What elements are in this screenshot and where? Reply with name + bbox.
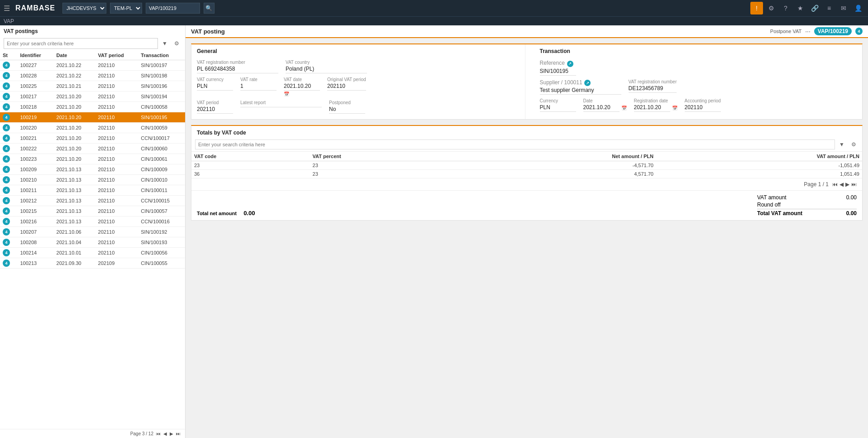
vat-currency-value: PLN xyxy=(197,83,233,91)
reference-value: SIN/100195 xyxy=(540,68,576,76)
table-row[interactable]: 4 100219 2021.10.20 202110 SIN/100195 xyxy=(0,112,185,123)
row-transaction: SIN/100195 xyxy=(138,112,185,123)
table-row[interactable]: 4 100212 2021.10.13 202110 CCN/100015 xyxy=(0,196,185,206)
row-identifier: 100209 xyxy=(17,164,53,175)
table-row[interactable]: 4 100227 2021.10.22 202110 SIN/100197 xyxy=(0,60,185,71)
table-row[interactable]: 4 100213 2021.09.30 202109 CIN/100055 xyxy=(0,258,185,269)
vat-date-field: VAT date 2021.10.20 📅 xyxy=(284,77,320,96)
row-identifier: 100221 xyxy=(17,133,53,144)
totals-search-input[interactable] xyxy=(195,140,835,149)
col-net-amount: Net amount / PLN xyxy=(455,152,656,161)
row-period: 202110 xyxy=(95,144,138,154)
totals-row[interactable]: 36 23 4,571.70 1,051.49 xyxy=(191,170,862,178)
list-icon-btn[interactable]: ≡ xyxy=(823,2,835,14)
table-row[interactable]: 4 100209 2021.10.13 202110 CIN/100009 xyxy=(0,164,185,175)
row-transaction: CIN/100059 xyxy=(138,123,185,133)
reference-field: Reference ↗ SIN/100195 xyxy=(540,60,576,76)
alert-icon-btn[interactable]: ! xyxy=(750,2,763,14)
total-net-value: 0.00 xyxy=(243,210,255,217)
reg-date-label: Registration date xyxy=(634,98,677,103)
calendar-icon[interactable]: 📅 xyxy=(284,91,320,96)
table-row[interactable]: 4 100215 2021.10.13 202110 CIN/100057 xyxy=(0,206,185,217)
table-row[interactable]: 4 100218 2021.10.20 202110 CIN/100058 xyxy=(0,102,185,112)
table-row[interactable]: 4 100214 2021.10.01 202110 CIN/100056 xyxy=(0,248,185,258)
row-st: 4 xyxy=(0,185,17,196)
table-row[interactable]: 4 100228 2021.10.22 202110 SIN/100198 xyxy=(0,71,185,81)
table-row[interactable]: 4 100225 2021.10.21 202110 SIN/100196 xyxy=(0,81,185,91)
table-row[interactable]: 4 100220 2021.10.20 202110 CIN/100059 xyxy=(0,123,185,133)
row-st: 4 xyxy=(0,217,17,227)
more-actions-btn[interactable]: ··· xyxy=(805,28,811,35)
settings-list-icon[interactable]: ⚙ xyxy=(172,39,181,48)
row-identifier: 100208 xyxy=(17,237,53,248)
reg-calendar-icon[interactable]: 📅 xyxy=(672,106,677,111)
col-transaction: Transaction xyxy=(138,51,185,60)
vat-period-value: 202110 xyxy=(197,106,233,114)
postpone-vat-btn[interactable]: Postpone VAT xyxy=(770,29,801,34)
first-page-btn[interactable]: ⏮ xyxy=(155,431,162,436)
table-row[interactable]: 4 100217 2021.10.20 202110 SIN/100194 xyxy=(0,91,185,102)
col-vat-amount: VAT amount / PLN xyxy=(656,152,862,161)
vap-status-badge: 4 xyxy=(855,28,863,35)
company-select[interactable]: JHCDEVSYS xyxy=(62,3,106,14)
next-page-btn[interactable]: ▶ xyxy=(169,431,174,436)
vat-date-label: VAT date xyxy=(284,77,320,82)
link-icon-btn[interactable]: 🔗 xyxy=(808,2,821,14)
vat-rate-value: 1 xyxy=(240,83,277,91)
totals-row[interactable]: 23 23 -4,571.70 -1,051.49 xyxy=(191,161,862,170)
totals-next-btn[interactable]: ▶ xyxy=(845,181,849,188)
table-row[interactable]: 4 100216 2021.10.13 202110 CCN/100016 xyxy=(0,217,185,227)
help-icon-btn[interactable]: ? xyxy=(779,2,792,14)
nav-search-button[interactable]: 🔍 xyxy=(204,3,215,14)
prev-page-btn[interactable]: ◀ xyxy=(162,431,168,436)
vat-currency-field: VAT currency PLN xyxy=(197,77,233,96)
reference-link-icon[interactable]: ↗ xyxy=(567,61,573,67)
row-transaction: SIN/100198 xyxy=(138,71,185,81)
trans-calendar-icon[interactable]: 📅 xyxy=(621,106,627,111)
row-date: 2021.10.13 xyxy=(54,196,95,206)
table-row[interactable]: 4 100207 2021.10.06 202110 SIN/100192 xyxy=(0,227,185,237)
general-transaction-section: General VAT registration number PL 66924… xyxy=(191,43,863,120)
col-vat-code: VAT code xyxy=(191,152,310,161)
totals-settings-icon[interactable]: ⚙ xyxy=(849,140,858,149)
totals-first-btn[interactable]: ⏮ xyxy=(832,181,838,188)
table-row[interactable]: 4 100210 2021.10.13 202110 CIN/100010 xyxy=(0,175,185,185)
totals-last-btn[interactable]: ⏭ xyxy=(851,181,857,188)
hamburger-icon[interactable]: ☰ xyxy=(4,4,10,13)
totals-filter-icon[interactable]: ▼ xyxy=(837,140,847,149)
row-date: 2021.10.13 xyxy=(54,185,95,196)
trans-date-value: 2021.10.20 xyxy=(583,104,620,112)
left-search-input[interactable] xyxy=(4,38,158,49)
row-transaction: SIN/100192 xyxy=(138,227,185,237)
right-content: General VAT registration number PL 66924… xyxy=(186,38,868,438)
status-badge: 4 xyxy=(3,218,10,225)
supplier-field: Supplier / 100011 ↗ Test supplier German… xyxy=(540,79,621,95)
user-icon-btn[interactable]: 👤 xyxy=(852,2,864,14)
totals-header: VAT code VAT percent Net amount / PLN VA… xyxy=(191,152,862,161)
lang-select[interactable]: TEM-PL xyxy=(110,3,142,14)
row-period: 202110 xyxy=(95,217,138,227)
supplier-link-icon[interactable]: ↗ xyxy=(584,80,591,86)
table-row[interactable]: 4 100211 2021.10.13 202110 CIN/100011 xyxy=(0,185,185,196)
last-page-btn[interactable]: ⏭ xyxy=(175,431,181,436)
table-row[interactable]: 4 100208 2021.10.04 202110 SIN/100193 xyxy=(0,237,185,248)
totals-vat-percent: 23 xyxy=(310,161,456,170)
row-date: 2021.10.20 xyxy=(54,102,95,112)
row-period: 202110 xyxy=(95,154,138,164)
star-icon-btn[interactable]: ★ xyxy=(794,2,806,14)
nav-search-input[interactable] xyxy=(146,3,200,14)
row-transaction: SIN/100196 xyxy=(138,81,185,91)
status-badge: 4 xyxy=(3,260,10,267)
settings-icon-btn[interactable]: ⚙ xyxy=(765,2,777,14)
row-identifier: 100218 xyxy=(17,102,53,112)
row-identifier: 100219 xyxy=(17,112,53,123)
totals-prev-btn[interactable]: ◀ xyxy=(839,181,844,188)
row-period: 202110 xyxy=(95,112,138,123)
table-row[interactable]: 4 100222 2021.10.20 202110 CIN/100060 xyxy=(0,144,185,154)
filter-icon[interactable]: ▼ xyxy=(160,39,170,48)
table-row[interactable]: 4 100223 2021.10.20 202110 CIN/100061 xyxy=(0,154,185,164)
table-row[interactable]: 4 100221 2021.10.20 202110 CCN/100017 xyxy=(0,133,185,144)
mail-icon-btn[interactable]: ✉ xyxy=(837,2,850,14)
transaction-section-title: Transaction xyxy=(534,44,863,56)
supplier-value: Test supplier Germany xyxy=(540,87,621,95)
